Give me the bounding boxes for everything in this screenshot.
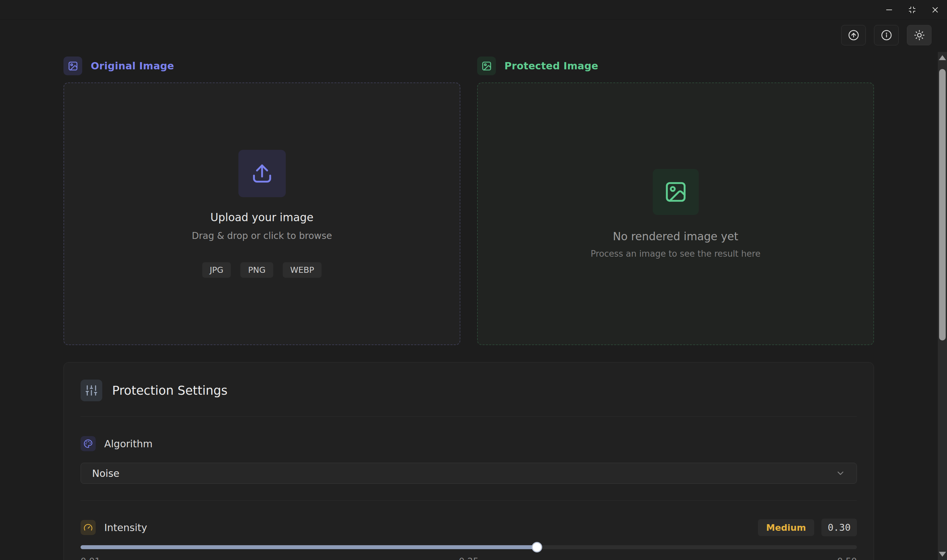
protected-image-title: Protected Image <box>504 60 598 72</box>
format-chip-jpg: JPG <box>202 262 231 278</box>
empty-state-title: No rendered image yet <box>613 230 738 243</box>
scrollbar-thumb[interactable] <box>939 69 946 340</box>
intensity-level-badge: Medium <box>758 519 814 536</box>
close-icon <box>931 6 939 14</box>
render-icon-box <box>653 169 699 215</box>
vertical-scrollbar[interactable] <box>938 52 947 560</box>
upload-subtitle: Drag & drop or click to browse <box>192 230 332 241</box>
slider-max-label: 0.50 <box>837 556 857 560</box>
settings-header: Protection Settings <box>80 380 857 401</box>
theme-toggle-button[interactable] <box>907 25 932 45</box>
original-image-header: Original Image <box>63 57 174 75</box>
format-chip-webp: WEBP <box>283 262 322 278</box>
scroll-up-arrow-icon[interactable] <box>939 55 946 60</box>
sliders-icon <box>80 380 102 401</box>
intensity-slider-fill <box>80 545 537 549</box>
restore-icon <box>908 6 916 14</box>
rendered-image-panel: No rendered image yet Process an image t… <box>477 83 874 345</box>
intensity-row: Intensity Medium 0.30 <box>80 518 857 536</box>
divider <box>80 500 857 500</box>
image-icon <box>477 57 496 75</box>
slider-min-label: 0.01 <box>80 556 100 560</box>
intensity-slider-thumb[interactable] <box>532 542 542 552</box>
palette-icon <box>80 436 96 451</box>
image-icon <box>63 57 82 75</box>
protected-image-header: Protected Image <box>477 57 598 75</box>
sun-icon <box>914 29 925 41</box>
minimize-icon <box>885 6 893 14</box>
algorithm-row: Algorithm <box>80 436 857 451</box>
restore-button[interactable] <box>905 3 919 17</box>
algorithm-selected-value: Noise <box>92 468 119 479</box>
intensity-label: Intensity <box>104 522 147 533</box>
upload-title: Upload your image <box>211 211 314 224</box>
intensity-readout: Medium 0.30 <box>758 518 857 536</box>
empty-state-subtitle: Process an image to see the result here <box>591 249 760 258</box>
slider-mid-label: 0.25 <box>459 556 479 560</box>
scroll-down-arrow-icon[interactable] <box>939 552 946 557</box>
minimize-button[interactable] <box>882 3 896 17</box>
info-button[interactable] <box>874 25 899 45</box>
upload-dropzone[interactable]: Upload your image Drag & drop or click t… <box>63 83 460 345</box>
export-button[interactable] <box>841 25 866 45</box>
upload-circle-icon <box>848 29 859 41</box>
info-icon <box>881 29 892 41</box>
format-chip-png: PNG <box>240 262 273 278</box>
divider <box>80 416 857 417</box>
intensity-value: 0.30 <box>821 518 857 536</box>
intensity-slider[interactable] <box>80 545 857 549</box>
close-button[interactable] <box>928 3 942 17</box>
protection-settings-card: Protection Settings Algorithm Noise Inte… <box>63 362 874 560</box>
toolbar <box>841 25 932 45</box>
algorithm-label: Algorithm <box>104 438 152 449</box>
slider-scale: 0.01 0.25 0.50 <box>80 556 857 560</box>
algorithm-select[interactable]: Noise <box>80 463 857 484</box>
original-image-title: Original Image <box>91 60 174 72</box>
titlebar <box>0 0 947 20</box>
upload-tray-icon <box>250 162 274 186</box>
chevron-down-icon <box>836 468 845 478</box>
upload-icon-box <box>239 150 286 197</box>
gauge-icon <box>80 520 96 535</box>
image-placeholder-icon <box>664 180 688 204</box>
settings-title: Protection Settings <box>112 383 228 398</box>
format-chips: JPG PNG WEBP <box>202 262 322 278</box>
